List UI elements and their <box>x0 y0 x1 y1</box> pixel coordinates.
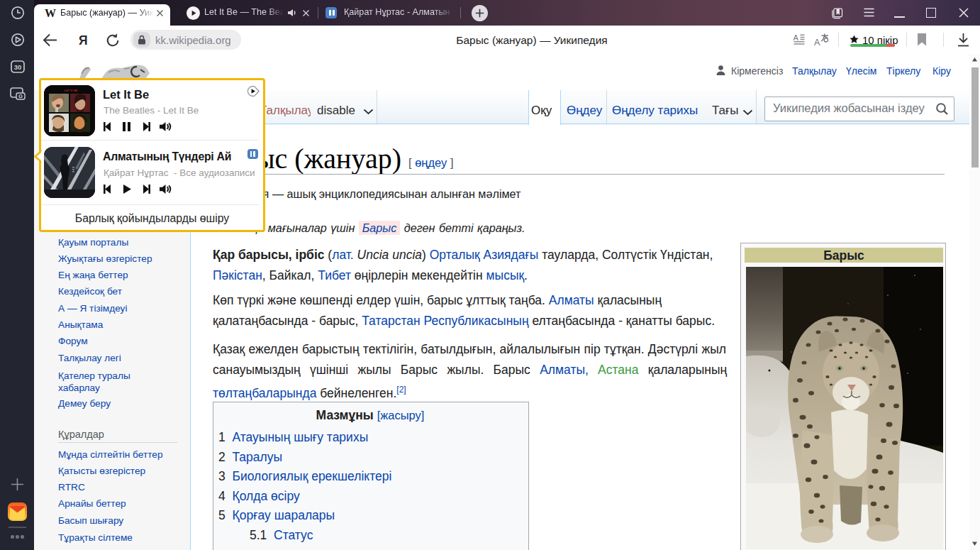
svg-text:A: A <box>794 34 799 42</box>
svg-text:A: A <box>814 38 820 47</box>
svg-text:30: 30 <box>14 63 22 71</box>
svg-text:LET IT BE: LET IT BE <box>65 89 78 92</box>
